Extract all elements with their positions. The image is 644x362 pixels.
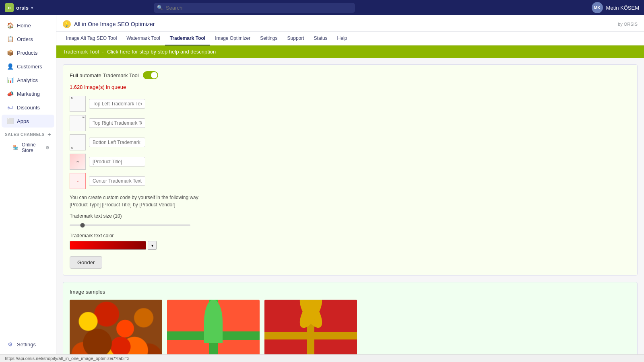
slider-section: Trademark text size (10) bbox=[70, 213, 631, 227]
online-store-icon: 🏪 bbox=[13, 145, 19, 150]
preview-ct-text: PT bbox=[76, 161, 78, 163]
automate-label: Full automate Trademark Tool bbox=[70, 72, 139, 78]
settings-icon: ⚙ bbox=[6, 341, 14, 348]
content-area: Full automate Trademark Tool 1.628 image… bbox=[56, 58, 644, 354]
tab-watermark[interactable]: Watermark Tool bbox=[122, 32, 165, 45]
sidebar: 🏠 Home 📋 Orders 📦 Products 👤 Customers 📊… bbox=[0, 15, 56, 354]
topbar: o orsis ▾ 🔍 MK Metin KÖSEM bbox=[0, 0, 644, 15]
sidebar-item-customers[interactable]: 👤 Customers bbox=[2, 60, 54, 73]
sidebar-label-analytics: Analytics bbox=[17, 77, 38, 83]
trademark-input-top-right[interactable] bbox=[89, 118, 145, 128]
trademark-row-center: ct bbox=[70, 173, 631, 189]
search-icon: 🔍 bbox=[157, 5, 163, 10]
notice-tool-link[interactable]: Trademark Tool bbox=[63, 49, 99, 55]
apps-icon: ⬜ bbox=[6, 117, 14, 125]
image-sample-gift-green bbox=[167, 300, 260, 354]
app-header: 💡 All in One Image SEO Optimizer by ORSI… bbox=[56, 15, 644, 32]
tab-help[interactable]: Help bbox=[332, 32, 352, 45]
status-url: https://api.orsis.net/shopify/all_in_one… bbox=[5, 356, 130, 361]
tabs-bar: Image Alt Tag SEO Tool Watermark Tool Tr… bbox=[56, 32, 644, 45]
image-sample-tomatoes bbox=[70, 300, 162, 354]
sidebar-item-apps[interactable]: ⬜ Apps bbox=[2, 115, 54, 128]
online-store-settings-icon[interactable]: ⚙ bbox=[45, 145, 50, 150]
add-sales-channel-button[interactable]: + bbox=[47, 131, 51, 138]
trademark-preview-bottom-left: BL bbox=[70, 134, 86, 150]
sidebar-label-online-store: Online Store bbox=[22, 142, 42, 153]
text-size-slider[interactable] bbox=[70, 224, 190, 226]
color-dropdown-button[interactable]: ▾ bbox=[148, 241, 157, 250]
trademark-preview-center: ct bbox=[70, 173, 86, 189]
tab-image-optimizer[interactable]: Image Optimizer bbox=[210, 32, 255, 45]
user-name: Metin KÖSEM bbox=[606, 5, 639, 11]
sidebar-item-home[interactable]: 🏠 Home bbox=[2, 19, 54, 32]
trademark-preview-product-title: PT bbox=[70, 154, 86, 170]
preview-tl-text: TL bbox=[71, 97, 73, 99]
automate-toggle-row: Full automate Trademark Tool bbox=[70, 71, 631, 79]
marketing-icon: 📣 bbox=[6, 90, 14, 97]
automate-toggle[interactable] bbox=[143, 71, 158, 79]
store-dropdown-icon[interactable]: ▾ bbox=[31, 6, 33, 10]
notice-help-link[interactable]: Click here for step by step help and des… bbox=[107, 49, 216, 55]
image-samples-grid bbox=[70, 300, 631, 354]
search-input[interactable] bbox=[154, 3, 355, 13]
status-bar: https://api.orsis.net/shopify/all_in_one… bbox=[0, 354, 644, 362]
sidebar-label-discounts: Discounts bbox=[17, 105, 40, 111]
image-samples-section: Image samples bbox=[63, 282, 638, 354]
app-brand: by ORSIS bbox=[618, 22, 638, 27]
user-menu[interactable]: MK Metin KÖSEM bbox=[592, 2, 639, 13]
sidebar-label-products: Products bbox=[17, 50, 37, 56]
image-samples-title: Image samples bbox=[70, 289, 631, 295]
notice-separator: - bbox=[102, 49, 104, 55]
sidebar-item-online-store[interactable]: 🏪 Online Store ⚙ bbox=[2, 140, 54, 156]
main-content: 💡 All in One Image SEO Optimizer by ORSI… bbox=[56, 15, 644, 354]
store-name: orsis bbox=[16, 5, 29, 11]
trademark-preview-top-right: TR bbox=[70, 115, 86, 131]
sidebar-item-marketing[interactable]: 📣 Marketing bbox=[2, 87, 54, 100]
sidebar-label-orders: Orders bbox=[17, 36, 33, 42]
trademark-row-top-left: TL bbox=[70, 96, 631, 112]
products-icon: 📦 bbox=[6, 49, 14, 56]
trademark-row-top-right: TR bbox=[70, 115, 631, 131]
discounts-icon: 🏷 bbox=[6, 104, 14, 111]
search-bar: 🔍 bbox=[154, 3, 355, 13]
sidebar-item-settings[interactable]: ⚙ Settings bbox=[2, 338, 54, 351]
slider-label: Trademark text size (10) bbox=[70, 213, 631, 219]
preview-bl-text: BL bbox=[71, 147, 73, 149]
avatar: MK bbox=[592, 2, 603, 13]
notice-bar: Trademark Tool - Click here for step by … bbox=[56, 45, 644, 58]
sidebar-item-analytics[interactable]: 📊 Analytics bbox=[2, 74, 54, 86]
sidebar-item-orders[interactable]: 📋 Orders bbox=[2, 33, 54, 45]
sidebar-label-settings: Settings bbox=[17, 341, 36, 348]
trademark-preview-top-left: TL bbox=[70, 96, 86, 112]
trademark-input-bottom-left[interactable] bbox=[89, 138, 145, 147]
trademark-input-center[interactable] bbox=[89, 176, 145, 186]
trademark-panel: Full automate Trademark Tool 1.628 image… bbox=[63, 64, 638, 276]
color-section: Trademark text color ▾ bbox=[70, 233, 631, 250]
custom-code-note: You can create custom code by yourself i… bbox=[70, 194, 631, 208]
color-picker-row: ▾ bbox=[70, 241, 631, 250]
store-icon: o bbox=[5, 3, 14, 12]
analytics-icon: 📊 bbox=[6, 76, 14, 84]
tab-status[interactable]: Status bbox=[309, 32, 332, 45]
color-bar[interactable] bbox=[70, 241, 146, 250]
preview-tr-text: TR bbox=[82, 116, 85, 119]
preview-center-text: ct bbox=[77, 180, 78, 182]
tab-trademark[interactable]: Trademark Tool bbox=[165, 32, 210, 45]
trademark-row-product-title: PT bbox=[70, 154, 631, 170]
sales-channels-section: SALES CHANNELS + bbox=[0, 128, 56, 139]
store-logo[interactable]: o orsis ▾ bbox=[5, 3, 33, 12]
trademark-rows: TL TR BL bbox=[70, 96, 631, 189]
gonder-button[interactable]: Gonder bbox=[70, 256, 102, 269]
tab-image-alt[interactable]: Image Alt Tag SEO Tool bbox=[61, 32, 122, 45]
image-sample-gift-red bbox=[264, 300, 357, 354]
tab-support[interactable]: Support bbox=[283, 32, 309, 45]
trademark-input-top-left[interactable] bbox=[89, 99, 145, 109]
sidebar-label-customers: Customers bbox=[17, 64, 42, 70]
sidebar-item-products[interactable]: 📦 Products bbox=[2, 46, 54, 59]
trademark-input-product-title[interactable] bbox=[89, 157, 145, 167]
tab-settings[interactable]: Settings bbox=[255, 32, 282, 45]
orders-icon: 📋 bbox=[6, 35, 14, 43]
home-icon: 🏠 bbox=[6, 22, 14, 29]
sidebar-item-discounts[interactable]: 🏷 Discounts bbox=[2, 101, 54, 114]
sidebar-label-marketing: Marketing bbox=[17, 91, 40, 97]
